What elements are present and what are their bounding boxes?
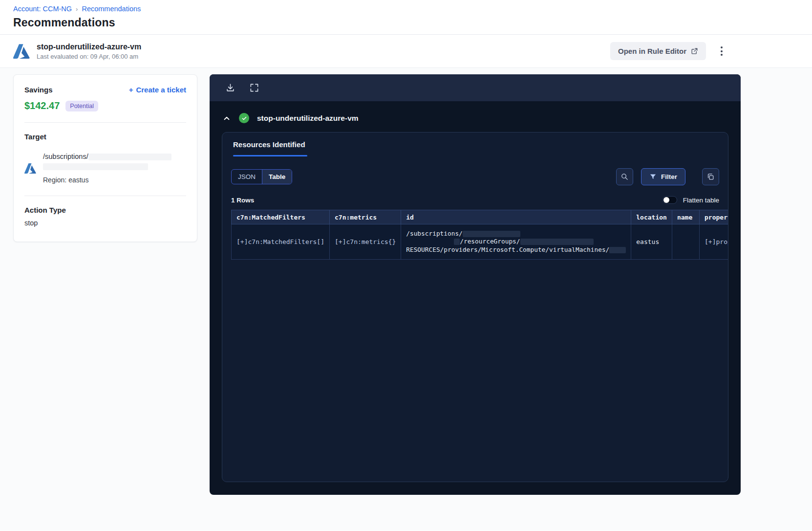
rows-summary: 1 Rows Flatten table: [222, 185, 728, 210]
col-name[interactable]: name: [672, 210, 699, 224]
resources-panel: stop-underutilized-azure-vm Resources Id…: [210, 74, 741, 495]
tab-resources-identified[interactable]: Resources Identified: [233, 140, 307, 156]
recommendation-title: stop-underutilized-azure-vm: [37, 43, 141, 51]
cell-id: /subscriptions/ /resourceGroups/ RESOURC…: [401, 224, 631, 260]
redacted-id-segment: [454, 239, 460, 245]
fullscreen-icon[interactable]: [250, 83, 259, 92]
cell-metrics-expander[interactable]: [+]c7n:metrics{}: [330, 224, 401, 260]
more-options-kebab-icon[interactable]: [718, 44, 726, 59]
open-in-rule-editor-button[interactable]: Open in Rule Editor: [610, 42, 706, 60]
col-id[interactable]: id: [401, 210, 631, 224]
divider: [24, 122, 186, 123]
azure-icon: [24, 163, 36, 174]
view-table-button[interactable]: Table: [262, 170, 292, 184]
filter-button[interactable]: Filter: [641, 168, 685, 185]
resources-identified-card: Resources Identified JSON Table Filter: [222, 132, 728, 482]
recommendation-last-evaluated: Last evaluated on: 09 Apr, 06:00 am: [37, 53, 141, 60]
target-region: Region: eastus: [43, 175, 171, 185]
table-row: [+]c7n:MatchedFilters[] [+]c7n:metrics{}…: [232, 224, 728, 260]
col-location[interactable]: location: [631, 210, 672, 224]
potential-badge: Potential: [65, 101, 98, 111]
table-controls: JSON Table Filter: [222, 156, 728, 185]
active-tab-indicator: [233, 155, 307, 156]
download-icon[interactable]: [226, 83, 235, 92]
redacted-id-segment: [520, 239, 594, 245]
page-title: Recommendations: [13, 16, 799, 29]
cell-matched-filters-expander[interactable]: [+]c7n:MatchedFilters[]: [232, 224, 330, 260]
col-metrics[interactable]: c7n:metrics: [330, 210, 401, 224]
view-json-button[interactable]: JSON: [232, 170, 262, 184]
view-mode-toggle: JSON Table: [231, 169, 292, 184]
cell-properties-expander[interactable]: [+]prop: [700, 224, 728, 260]
success-check-icon: [239, 113, 249, 123]
target-path-block: /subscriptions/ Region: eastus: [43, 152, 171, 185]
resources-table: c7n:MatchedFilters c7n:metrics id locati…: [231, 210, 728, 260]
action-type-label: Action Type: [24, 206, 186, 214]
savings-label: Savings: [24, 86, 53, 94]
cell-location: eastus: [631, 224, 672, 260]
create-ticket-label: Create a ticket: [136, 86, 186, 94]
search-icon: [620, 173, 629, 181]
target-label: Target: [24, 133, 186, 141]
breadcrumb-recommendations-link[interactable]: Recommendations: [82, 5, 141, 13]
redacted-subscription-id: [88, 154, 171, 160]
main-content: Savings + Create a ticket $142.47 Potent…: [0, 68, 812, 531]
topbar: Account: CCM-NG › Recommendations Recomm…: [0, 0, 812, 35]
rows-count: 1 Rows: [231, 197, 254, 204]
target-path: /subscriptions/: [43, 153, 88, 160]
flatten-table-toggle[interactable]: [662, 196, 677, 204]
action-type-value: stop: [24, 219, 186, 227]
panel-rule-title: stop-underutilized-azure-vm: [257, 114, 359, 123]
divider: [24, 196, 186, 196]
redacted-id-segment: [463, 231, 520, 237]
recommendation-header: stop-underutilized-azure-vm Last evaluat…: [0, 35, 812, 68]
savings-amount: $142.47: [24, 100, 60, 111]
col-matched-filters[interactable]: c7n:MatchedFilters: [232, 210, 330, 224]
create-ticket-button[interactable]: + Create a ticket: [129, 86, 186, 94]
col-properties[interactable]: propert: [700, 210, 728, 224]
search-button[interactable]: [616, 168, 633, 185]
breadcrumb-separator-icon: ›: [76, 5, 78, 13]
copy-icon: [706, 173, 715, 181]
azure-icon: [13, 44, 30, 59]
table-header-row: c7n:MatchedFilters c7n:metrics id locati…: [232, 210, 728, 224]
savings-card: Savings + Create a ticket $142.47 Potent…: [13, 74, 197, 242]
copy-button[interactable]: [702, 168, 719, 185]
cell-name: [672, 224, 699, 260]
breadcrumb-account-link[interactable]: Account: CCM-NG: [13, 5, 72, 13]
plus-icon: +: [129, 86, 133, 94]
open-in-rule-editor-label: Open in Rule Editor: [618, 47, 686, 55]
flatten-table-label: Flatten table: [683, 197, 719, 204]
breadcrumb: Account: CCM-NG › Recommendations: [13, 5, 799, 13]
panel-title-row: stop-underutilized-azure-vm: [210, 101, 741, 127]
panel-toolbar: [210, 74, 741, 101]
filter-funnel-icon: [649, 173, 657, 180]
resources-table-wrapper: c7n:MatchedFilters c7n:metrics id locati…: [231, 210, 728, 260]
filter-label: Filter: [661, 173, 677, 180]
collapse-chevron-icon[interactable]: [222, 114, 231, 123]
redacted-id-segment: [609, 247, 626, 253]
redacted-line: [43, 163, 148, 170]
external-link-icon: [691, 47, 698, 55]
